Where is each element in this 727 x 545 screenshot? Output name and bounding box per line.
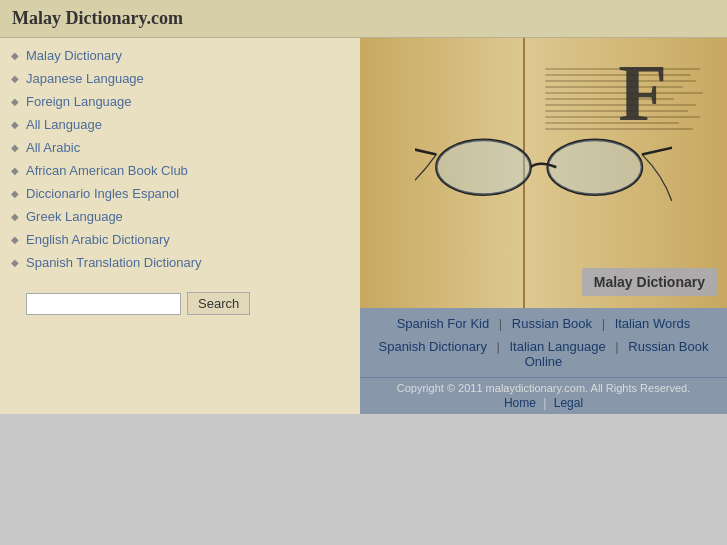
sidebar-item-japanese-language[interactable]: ◆Japanese Language <box>0 67 360 90</box>
sidebar-item-foreign-language[interactable]: ◆Foreign Language <box>0 90 360 113</box>
separator: | <box>598 316 609 331</box>
sidebar-link-all-language[interactable]: All Language <box>26 117 102 132</box>
bottom-link-spanish-dictionary[interactable]: Spanish Dictionary <box>379 339 487 354</box>
search-area: Search <box>0 274 360 325</box>
svg-line-5 <box>642 145 672 154</box>
svg-point-1 <box>436 139 530 194</box>
glasses-image <box>415 133 672 205</box>
malay-dict-overlay-label: Malay Dictionary <box>582 268 717 296</box>
svg-line-4 <box>415 145 436 154</box>
site-title: Malay Dictionary.com <box>12 8 715 29</box>
separator: | <box>493 339 504 354</box>
right-panel: F <box>360 38 727 414</box>
bullet-icon: ◆ <box>10 50 20 61</box>
bullet-icon: ◆ <box>10 234 20 245</box>
bottom-link-spanish-for-kid[interactable]: Spanish For Kid <box>397 316 490 331</box>
bullet-icon: ◆ <box>10 142 20 153</box>
bottom-link-italian-words[interactable]: Italian Words <box>615 316 691 331</box>
site-header: Malay Dictionary.com <box>0 0 727 38</box>
bottom-link-italian-language[interactable]: Italian Language <box>510 339 606 354</box>
footer-link-home[interactable]: Home <box>504 396 536 410</box>
footer-separator: | <box>540 396 550 410</box>
sidebar-item-spanish-translation-dictionary[interactable]: ◆Spanish Translation Dictionary <box>0 251 360 274</box>
bottom-links-row1: Spanish For Kid | Russian Book | Italian… <box>360 312 727 335</box>
sidebar-link-japanese-language[interactable]: Japanese Language <box>26 71 144 86</box>
footer-links: Home | Legal <box>364 396 723 410</box>
page-wrapper: Malay Dictionary.com ◆Malay Dictionary◆J… <box>0 0 727 545</box>
sidebar: ◆Malay Dictionary◆Japanese Language◆Fore… <box>0 38 360 414</box>
sidebar-link-greek-language[interactable]: Greek Language <box>26 209 123 224</box>
sidebar-item-malay-dictionary[interactable]: ◆Malay Dictionary <box>0 44 360 67</box>
sidebar-item-all-arabic[interactable]: ◆All Arabic <box>0 136 360 159</box>
bullet-icon: ◆ <box>10 165 20 176</box>
bottom-link-russian-book[interactable]: Russian Book <box>512 316 592 331</box>
separator: | <box>612 339 623 354</box>
bullet-icon: ◆ <box>10 73 20 84</box>
footer-link-legal[interactable]: Legal <box>554 396 583 410</box>
sidebar-link-foreign-language[interactable]: Foreign Language <box>26 94 132 109</box>
sidebar-link-all-arabic[interactable]: All Arabic <box>26 140 80 155</box>
sidebar-item-english-arabic-dictionary[interactable]: ◆English Arabic Dictionary <box>0 228 360 251</box>
sidebar-link-african-american-book-club[interactable]: African American Book Club <box>26 163 188 178</box>
sidebar-item-greek-language[interactable]: ◆Greek Language <box>0 205 360 228</box>
bottom-links-row2: Spanish Dictionary | Italian Language | … <box>360 335 727 373</box>
search-button[interactable]: Search <box>187 292 250 315</box>
dict-image: F <box>360 38 727 308</box>
search-input[interactable] <box>26 293 181 315</box>
sidebar-item-all-language[interactable]: ◆All Language <box>0 113 360 136</box>
sidebar-link-spanish-translation-dictionary[interactable]: Spanish Translation Dictionary <box>26 255 202 270</box>
bullet-icon: ◆ <box>10 96 20 107</box>
sidebar-link-malay-dictionary[interactable]: Malay Dictionary <box>26 48 122 63</box>
bottom-links: Spanish For Kid | Russian Book | Italian… <box>360 308 727 377</box>
main-layout: ◆Malay Dictionary◆Japanese Language◆Fore… <box>0 38 727 414</box>
bullet-icon: ◆ <box>10 119 20 130</box>
sidebar-link-english-arabic-dictionary[interactable]: English Arabic Dictionary <box>26 232 170 247</box>
sidebar-item-diccionario-ingles-espanol[interactable]: ◆Diccionario Ingles Espanol <box>0 182 360 205</box>
bullet-icon: ◆ <box>10 257 20 268</box>
sidebar-link-diccionario-ingles-espanol[interactable]: Diccionario Ingles Espanol <box>26 186 179 201</box>
letter-f: F <box>618 48 667 139</box>
bullet-icon: ◆ <box>10 188 20 199</box>
svg-point-3 <box>548 139 642 194</box>
bullet-icon: ◆ <box>10 211 20 222</box>
footer-copyright: Copyright © 2011 malaydictionary.com. Al… <box>364 382 723 394</box>
separator: | <box>495 316 506 331</box>
sidebar-item-african-american-book-club[interactable]: ◆African American Book Club <box>0 159 360 182</box>
footer: Copyright © 2011 malaydictionary.com. Al… <box>360 377 727 414</box>
sidebar-nav: ◆Malay Dictionary◆Japanese Language◆Fore… <box>0 44 360 274</box>
